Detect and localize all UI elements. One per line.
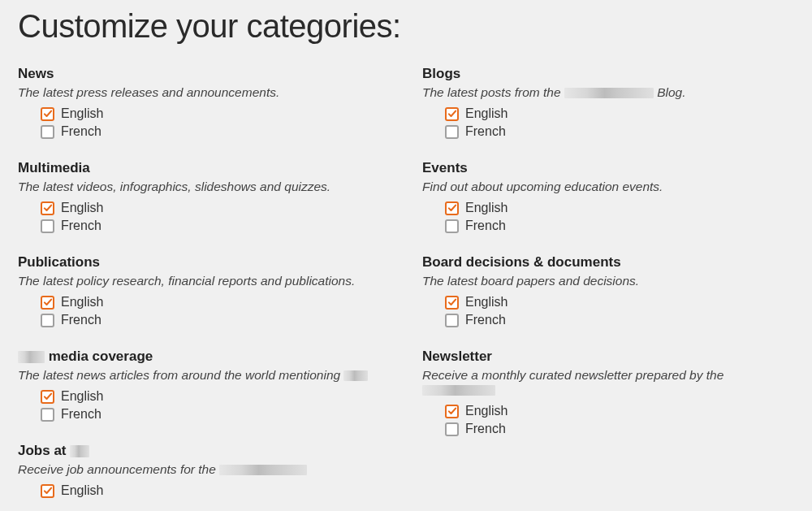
option-label: French [465, 124, 506, 139]
category-title: Jobs at [18, 443, 390, 459]
language-option-french[interactable]: French [445, 219, 794, 233]
redacted-text [422, 385, 495, 396]
category-title: Board decisions & documents [422, 254, 794, 271]
option-label: English [61, 389, 103, 404]
checkbox[interactable] [41, 314, 54, 327]
category-description: Find out about upcoming education events… [422, 180, 794, 194]
option-label: English [465, 201, 508, 215]
option-label: English [61, 483, 103, 498]
checkbox[interactable] [445, 201, 459, 215]
right-column: BlogsThe latest posts from the Blog.Engl… [422, 66, 794, 511]
language-option-english[interactable]: English [445, 201, 794, 215]
category-description: The latest board papers and decisions. [422, 274, 794, 288]
redacted-text [564, 88, 654, 98]
page-title: Customize your categories: [18, 8, 794, 45]
checkbox[interactable] [41, 219, 54, 233]
checkbox[interactable] [445, 422, 459, 436]
checkbox[interactable] [445, 296, 459, 310]
category-options: EnglishFrench [422, 106, 794, 139]
redacted-text [70, 445, 89, 457]
checkbox[interactable] [445, 125, 459, 139]
option-label: French [465, 313, 506, 327]
category: NewsletterReceive a monthly curated news… [422, 349, 794, 436]
option-label: French [61, 124, 102, 139]
option-label: French [61, 219, 102, 233]
category-title: Newsletter [422, 349, 794, 365]
option-label: English [465, 295, 508, 310]
category-description: The latest press releases and announceme… [18, 85, 390, 100]
checkbox[interactable] [41, 484, 54, 498]
language-option-english[interactable]: English [41, 389, 390, 404]
checkbox[interactable] [41, 296, 54, 310]
category-title: media coverage [18, 349, 390, 365]
checkbox[interactable] [41, 408, 54, 422]
category: media coverageThe latest news articles f… [18, 349, 390, 422]
category-description: Receive a monthly curated newsletter pre… [422, 368, 794, 397]
category-title: Events [422, 160, 794, 176]
option-label: French [61, 407, 102, 422]
checkbox[interactable] [445, 314, 459, 327]
category: PublicationsThe latest policy research, … [18, 254, 390, 327]
language-option-french[interactable]: French [41, 313, 390, 327]
checkbox[interactable] [41, 107, 54, 121]
option-label: English [61, 295, 103, 310]
left-column: NewsThe latest press releases and announ… [18, 66, 390, 511]
category: NewsThe latest press releases and announ… [18, 66, 390, 139]
language-option-english[interactable]: English [41, 201, 390, 215]
language-option-english[interactable]: English [445, 106, 794, 121]
option-label: English [465, 106, 508, 121]
category: Board decisions & documentsThe latest bo… [422, 254, 794, 327]
language-option-french[interactable]: French [445, 124, 794, 139]
checkbox[interactable] [41, 390, 54, 404]
checkbox[interactable] [445, 107, 459, 121]
language-option-english[interactable]: English [41, 483, 390, 498]
category-options: EnglishFrench [18, 295, 390, 327]
language-option-english[interactable]: English [41, 106, 390, 121]
category-description: The latest posts from the Blog. [422, 85, 794, 100]
category-description: The latest videos, infographics, slidesh… [18, 180, 390, 194]
category-options: EnglishFrench [422, 201, 794, 233]
category: EventsFind out about upcoming education … [422, 160, 794, 233]
category: Jobs at Receive job announcements for th… [18, 443, 390, 498]
category-title: Blogs [422, 66, 794, 82]
redacted-text [18, 351, 45, 363]
category-options: English [18, 483, 390, 498]
language-option-french[interactable]: French [41, 407, 390, 422]
language-option-french[interactable]: French [41, 124, 390, 139]
checkbox[interactable] [41, 201, 54, 215]
redacted-text [343, 370, 368, 381]
option-label: French [465, 422, 506, 436]
category-options: EnglishFrench [18, 106, 390, 139]
language-option-english[interactable]: English [41, 295, 390, 310]
category: MultimediaThe latest videos, infographic… [18, 160, 390, 233]
language-option-english[interactable]: English [445, 404, 794, 418]
option-label: English [61, 106, 103, 121]
category-description: The latest news articles from around the… [18, 368, 390, 383]
option-label: English [61, 201, 103, 215]
category-title: News [18, 66, 390, 82]
category-options: EnglishFrench [422, 295, 794, 327]
category-description: Receive job announcements for the [18, 462, 390, 477]
category: BlogsThe latest posts from the Blog.Engl… [422, 66, 794, 139]
option-label: French [465, 219, 506, 233]
category-title: Publications [18, 254, 390, 271]
category-columns: NewsThe latest press releases and announ… [18, 66, 794, 511]
redacted-text [219, 465, 307, 475]
option-label: French [61, 313, 102, 327]
category-options: EnglishFrench [18, 201, 390, 233]
language-option-english[interactable]: English [445, 295, 794, 310]
checkbox[interactable] [41, 125, 54, 139]
checkbox[interactable] [445, 405, 459, 418]
checkbox[interactable] [445, 219, 459, 233]
option-label: English [465, 404, 508, 418]
language-option-french[interactable]: French [445, 313, 794, 327]
language-option-french[interactable]: French [445, 422, 794, 436]
language-option-french[interactable]: French [41, 219, 390, 233]
category-description: The latest policy research, financial re… [18, 274, 390, 288]
category-title: Multimedia [18, 160, 390, 176]
category-options: EnglishFrench [422, 404, 794, 436]
category-options: EnglishFrench [18, 389, 390, 422]
